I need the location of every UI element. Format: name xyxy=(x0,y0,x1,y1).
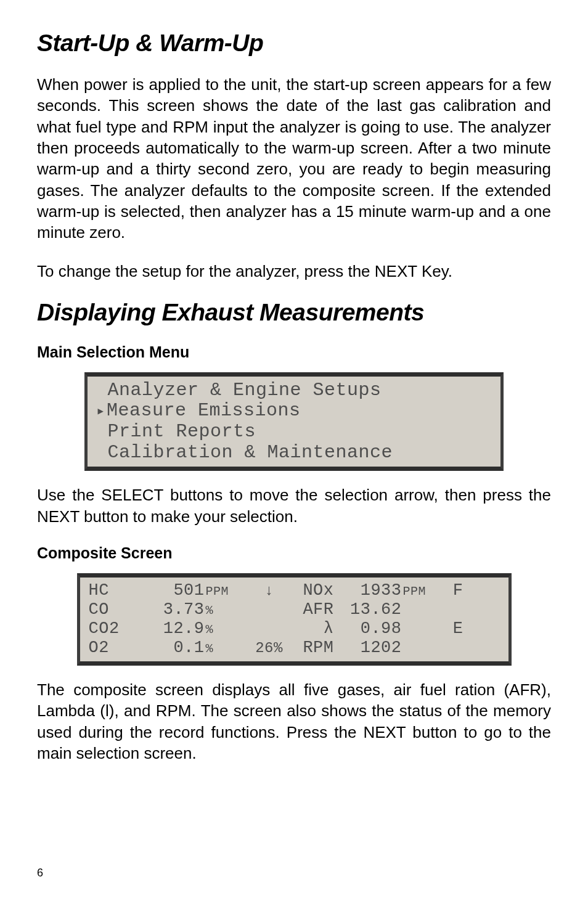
label-lambda: λ xyxy=(291,619,334,639)
memory-percent: 26% xyxy=(248,640,291,657)
composite-row-o2: O2 0.1 % 26% RPM 1202 xyxy=(89,639,500,658)
label-co2: CO2 xyxy=(89,619,125,639)
label-hc: HC xyxy=(89,581,125,600)
menu-item-analyzer-setups: Analyzer & Engine Setups xyxy=(96,380,492,401)
arrow-down-icon: ↓ xyxy=(248,582,291,600)
heading-startup: Start-Up & Warm-Up xyxy=(37,30,551,57)
label-nox: NOx xyxy=(291,581,334,600)
status-e: E xyxy=(439,619,463,639)
composite-row-co: CO 3.73 % AFR 13.62 xyxy=(89,600,500,619)
subheading-main-menu: Main Selection Menu xyxy=(37,343,551,361)
value-o2: 0.1 xyxy=(125,639,205,658)
label-o2: O2 xyxy=(89,639,125,658)
unit-o2: % xyxy=(205,642,248,656)
menu-item-print-reports: Print Reports xyxy=(96,422,492,443)
paragraph-select-instructions: Use the SELECT buttons to move the selec… xyxy=(37,484,551,527)
subheading-composite: Composite Screen xyxy=(37,544,551,562)
menu-item-calibration: Calibration & Maintenance xyxy=(96,443,492,463)
composite-row-co2: CO2 12.9 % λ 0.98 E xyxy=(89,619,500,639)
label-rpm: RPM xyxy=(291,639,334,658)
paragraph-startup-desc: When power is applied to the unit, the s… xyxy=(37,74,551,243)
unit-hc: PPM xyxy=(205,584,248,598)
unit-co: % xyxy=(205,603,248,618)
value-hc: 501 xyxy=(125,581,205,600)
page-number: 6 xyxy=(37,867,43,880)
heading-displaying: Displaying Exhaust Measurements xyxy=(37,299,551,326)
paragraph-composite-desc: The composite screen displays all five g… xyxy=(37,679,551,764)
label-afr: AFR xyxy=(291,600,334,619)
value-rpm: 1202 xyxy=(334,639,402,658)
value-lambda: 0.98 xyxy=(334,619,402,639)
value-co2: 12.9 xyxy=(125,619,205,639)
status-f: F xyxy=(439,581,463,600)
value-afr: 13.62 xyxy=(334,600,402,619)
lcd-composite-screen: HC 501 PPM ↓ NOx 1933 PPM F CO 3.73 % AF… xyxy=(77,573,512,666)
value-co: 3.73 xyxy=(125,600,205,619)
menu-item-measure-emissions: Measure Emissions xyxy=(96,401,492,422)
composite-row-hc: HC 501 PPM ↓ NOx 1933 PPM F xyxy=(89,581,500,600)
label-co: CO xyxy=(89,600,125,619)
value-nox: 1933 xyxy=(334,581,402,600)
unit-co2: % xyxy=(205,622,248,637)
lcd-main-menu: Analyzer & Engine Setups Measure Emissio… xyxy=(84,372,504,471)
unit-nox: PPM xyxy=(402,584,439,598)
paragraph-change-setup: To change the setup for the analyzer, pr… xyxy=(37,261,551,282)
